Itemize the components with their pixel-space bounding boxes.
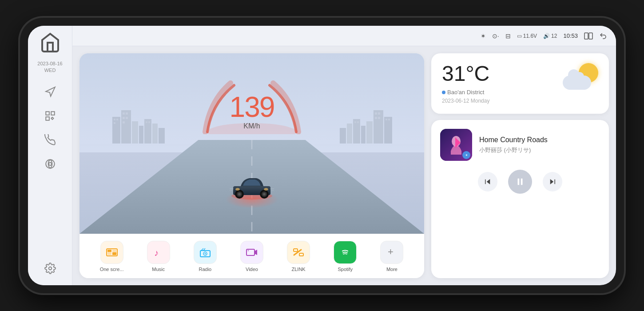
zlink-svg <box>292 246 305 259</box>
home-button[interactable] <box>40 32 61 53</box>
svg-rect-37 <box>378 117 380 119</box>
music-title: Home Country Roads <box>479 136 548 145</box>
svg-rect-18 <box>123 121 125 124</box>
app-more[interactable]: + More <box>376 241 408 272</box>
svg-rect-23 <box>148 121 150 123</box>
svg-point-66 <box>204 253 206 254</box>
app-onescreen[interactable]: One scre... <box>96 241 128 272</box>
onescreen-icon <box>100 241 123 264</box>
multiscreen-icon <box>584 32 593 40</box>
navigation-button[interactable] <box>40 81 61 103</box>
radio-label: Radio <box>199 267 211 272</box>
fast-forward-button[interactable] <box>543 172 562 191</box>
music-controls <box>440 170 600 194</box>
svg-point-4 <box>46 159 55 168</box>
svg-point-51 <box>263 193 266 195</box>
video-icon <box>240 241 263 264</box>
svg-rect-36 <box>375 117 377 119</box>
svg-marker-81 <box>550 179 554 184</box>
settings-button[interactable] <box>40 258 61 279</box>
speedometer-area: 139 KM/h <box>80 53 424 234</box>
zlink-icon <box>287 241 310 264</box>
app-video[interactable]: Video <box>236 241 268 272</box>
svg-rect-69 <box>246 249 254 255</box>
speed-display: 139 KM/h <box>230 93 274 130</box>
music-label: Music <box>152 267 165 272</box>
play-pause-button[interactable] <box>508 170 532 194</box>
svg-rect-16 <box>123 117 125 119</box>
music-icon: ♪ <box>147 241 170 264</box>
svg-marker-0 <box>46 87 55 96</box>
cloud-icon <box>563 76 591 90</box>
volume-status: 🔊 12 <box>543 33 557 39</box>
svg-point-48 <box>238 193 241 195</box>
svg-rect-79 <box>518 179 520 185</box>
spotify-label: Spotify <box>338 267 353 272</box>
more-icon: + <box>380 241 403 264</box>
phone-icon <box>44 134 56 146</box>
svg-rect-80 <box>521 179 523 185</box>
app-radio[interactable]: Radio <box>189 241 221 272</box>
car-container <box>230 174 274 201</box>
zlink-label: ZLINK <box>292 267 306 272</box>
svg-point-52 <box>235 188 240 191</box>
svg-rect-10 <box>114 119 115 120</box>
svg-rect-8 <box>589 33 592 39</box>
svg-rect-34 <box>375 112 377 115</box>
rewind-icon <box>484 178 492 186</box>
back-icon <box>599 32 607 40</box>
screen: 2023-08-16 WED <box>28 26 616 285</box>
content: 139 KM/h <box>72 46 616 285</box>
wifi-status: ⊙· <box>492 32 499 40</box>
svg-rect-72 <box>299 253 303 256</box>
storage-status: ⊟ <box>505 32 511 40</box>
location-dot <box>442 91 445 94</box>
weather-temperature: 31°C <box>442 63 489 84</box>
album-bluetooth-badge: ✶ <box>462 151 470 159</box>
play-pause-icon <box>515 177 525 187</box>
svg-text:♪: ♪ <box>154 248 159 258</box>
sidebar-date: 2023-08-16 WED <box>37 60 62 74</box>
navigation-icon <box>44 86 56 98</box>
svg-rect-61 <box>107 250 111 252</box>
main-area: ✶ ⊙· ⊟ ▭ 11.6V 🔊 12 10:53 <box>72 26 616 285</box>
music-text: Home Country Roads 小野丽莎 (小野リサ) <box>479 136 548 155</box>
svg-rect-2 <box>51 112 55 115</box>
left-panel: 139 KM/h <box>80 53 424 278</box>
car-svg <box>230 174 274 199</box>
phone-button[interactable] <box>40 129 61 151</box>
apps-icon <box>44 110 56 122</box>
app-spotify[interactable]: Spotify <box>329 241 361 272</box>
home-icon <box>40 32 61 53</box>
bluetooth-status: ✶ <box>481 32 486 40</box>
city-left <box>80 104 197 144</box>
more-label: More <box>386 267 398 272</box>
wifi-icon: ⊙· <box>492 32 499 40</box>
weather-date: 2023-06-12 Monday <box>442 98 489 104</box>
svg-rect-39 <box>386 119 387 120</box>
radio-svg <box>199 246 211 259</box>
svg-rect-7 <box>584 33 588 39</box>
back-button[interactable] <box>599 32 607 40</box>
battery-icon: ▭ <box>517 33 522 39</box>
app-zlink[interactable]: ZLINK <box>282 241 314 272</box>
speed-unit: KM/h <box>230 122 274 130</box>
app-music[interactable]: ♪ Music <box>143 241 175 272</box>
storage-icon: ⊟ <box>505 32 511 40</box>
svg-point-70 <box>247 250 249 251</box>
apps-button[interactable] <box>40 105 61 127</box>
weather-location-row: Bao'an District <box>442 89 489 96</box>
album-art[interactable]: ✶ <box>440 129 472 161</box>
video-svg <box>246 246 258 259</box>
svg-text:+: + <box>388 246 394 257</box>
more-svg: + <box>386 246 398 259</box>
weather-info: 31°C Bao'an District 2023-06-12 Monday <box>442 63 489 104</box>
video-label: Video <box>246 267 258 272</box>
rewind-button[interactable] <box>478 172 497 191</box>
screen-button[interactable] <box>584 32 593 40</box>
svg-point-53 <box>264 188 268 191</box>
weather-icon-container <box>563 63 598 90</box>
audio-button[interactable] <box>40 153 61 175</box>
svg-rect-33 <box>374 110 383 144</box>
city-right <box>307 104 424 144</box>
